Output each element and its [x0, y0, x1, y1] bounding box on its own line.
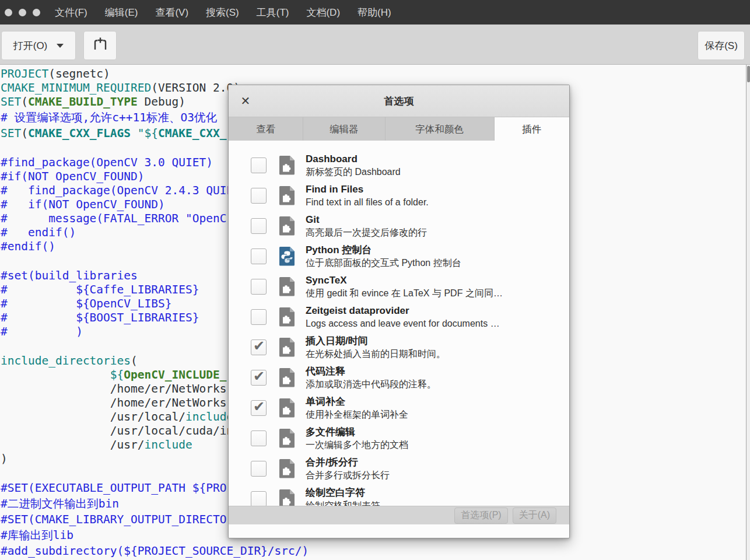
- plugin-checkbox-draw-spaces[interactable]: [251, 491, 267, 507]
- tab-plugins[interactable]: 插件: [495, 117, 569, 141]
- menu-item-tools[interactable]: 工具(T): [257, 6, 289, 19]
- plugin-name: 单词补全: [306, 395, 408, 408]
- plugin-checkbox-join-split-lines[interactable]: [251, 461, 267, 477]
- plugin-name: Zeitgeist dataprovider: [306, 304, 500, 317]
- plugin-name: 多文件编辑: [306, 425, 408, 439]
- window-dot-icon[interactable]: [19, 9, 26, 16]
- tab-fonts-colors[interactable]: 字体和颜色: [385, 117, 495, 141]
- new-document-button[interactable]: [83, 31, 117, 60]
- plugin-file-icon: [278, 337, 296, 357]
- plugin-name: Find in Files: [306, 183, 429, 196]
- plugin-text: 插入日期/时间在光标处插入当前的日期和时间。: [306, 334, 446, 360]
- plugin-description: 使用 gedit 和 evince 在 LaTeX 与 PDF 之间同…: [306, 287, 503, 300]
- gedit-window: 文件(F)编辑(E)查看(V)搜索(S)工具(T)文档(D)帮助(H) 打开(O…: [0, 0, 750, 560]
- plugin-preferences-button[interactable]: 首选项(P): [454, 508, 507, 524]
- plugin-description: 位于底部面板的交互式 Python 控制台: [306, 257, 461, 270]
- plugin-row-multi-edit[interactable]: 多文件编辑一次编辑多个地方的文档: [251, 423, 569, 453]
- tab-view[interactable]: 查看: [229, 117, 303, 141]
- preferences-dialog: ✕ 首选项 查看编辑器字体和颜色插件 Dashboard新标签页的 Dashbo…: [228, 85, 570, 538]
- window-controls: [5, 9, 40, 16]
- plugin-checkbox-synctex[interactable]: [251, 279, 267, 295]
- plugin-text: 合并/拆分行合并多行或拆分长行: [306, 456, 390, 482]
- plugin-name: 绘制空白字符: [306, 486, 380, 499]
- vertical-scrollbar[interactable]: [746, 65, 750, 560]
- window-dot-icon[interactable]: [5, 9, 12, 16]
- plugin-name: Git: [306, 213, 427, 226]
- plugin-text: Zeitgeist dataproviderLogs access and le…: [306, 304, 500, 330]
- plugin-checkbox-python-console[interactable]: [251, 249, 267, 264]
- menu-item-file[interactable]: 文件(F): [55, 6, 87, 19]
- plugin-name: 插入日期/时间: [306, 334, 446, 348]
- dialog-header: ✕ 首选项: [229, 85, 569, 117]
- plugin-file-icon: [278, 428, 296, 448]
- plugin-row-join-split-lines[interactable]: 合并/拆分行合并多行或拆分长行: [251, 453, 569, 484]
- plugin-text: 代码注释添加或取消选中代码段的注释。: [306, 365, 436, 391]
- plugin-description: Find text in all files of a folder.: [306, 196, 429, 209]
- dialog-footer: 首选项(P) 关于(A): [229, 506, 569, 524]
- plugin-list[interactable]: Dashboard新标签页的 DashboardFind in FilesFin…: [229, 141, 569, 515]
- new-tab-icon: [92, 36, 108, 55]
- plugin-row-code-comment[interactable]: 代码注释添加或取消选中代码段的注释。: [251, 362, 569, 393]
- plugin-description: 添加或取消选中代码段的注释。: [306, 378, 436, 391]
- plugin-name: 代码注释: [306, 365, 436, 378]
- plugin-description: 新标签页的 Dashboard: [306, 166, 401, 178]
- plugin-file-icon: [278, 216, 296, 236]
- plugin-row-git[interactable]: Git高亮最后一次提交后修改的行: [251, 211, 569, 241]
- plugin-checkbox-insert-date-time[interactable]: [251, 340, 267, 355]
- plugin-row-word-completion[interactable]: 单词补全使用补全框架的单词补全: [251, 393, 569, 423]
- python-file-icon: [278, 246, 296, 266]
- plugin-text: Find in FilesFind text in all files of a…: [306, 183, 429, 209]
- plugin-checkbox-find-in-files[interactable]: [251, 188, 267, 204]
- plugin-checkbox-git[interactable]: [251, 218, 267, 234]
- plugin-text: Python 控制台位于底部面板的交互式 Python 控制台: [306, 243, 461, 270]
- plugin-text: Git高亮最后一次提交后修改的行: [306, 213, 427, 239]
- plugin-checkbox-multi-edit[interactable]: [251, 430, 267, 446]
- plugin-description: 合并多行或拆分长行: [306, 469, 390, 482]
- plugin-description: 使用补全框架的单词补全: [306, 408, 408, 421]
- plugin-description: 一次编辑多个地方的文档: [306, 439, 408, 452]
- plugin-row-find-in-files[interactable]: Find in FilesFind text in all files of a…: [251, 180, 569, 211]
- save-button-label: 保存(S): [705, 39, 738, 52]
- dialog-title: 首选项: [229, 85, 569, 117]
- menubar-items: 文件(F)编辑(E)查看(V)搜索(S)工具(T)文档(D)帮助(H): [55, 6, 391, 19]
- plugin-file-icon: [278, 368, 296, 387]
- menu-item-edit[interactable]: 编辑(E): [105, 6, 138, 19]
- plugin-text: 多文件编辑一次编辑多个地方的文档: [306, 425, 408, 452]
- plugin-name: 合并/拆分行: [306, 456, 390, 469]
- plugin-description: 高亮最后一次提交后修改的行: [306, 226, 427, 239]
- open-button-label: 打开(O): [13, 39, 48, 52]
- menu-item-search[interactable]: 搜索(S): [206, 6, 239, 19]
- toolbar: 打开(O) 保存(S): [0, 24, 750, 65]
- code-line: PROJECT(segnetc): [1, 67, 750, 81]
- plugin-checkbox-code-comment[interactable]: [251, 370, 267, 386]
- open-button[interactable]: 打开(O): [1, 31, 76, 60]
- chevron-down-icon: [57, 44, 64, 48]
- plugin-checkbox-dashboard[interactable]: [251, 158, 267, 173]
- plugin-name: Dashboard: [306, 152, 401, 166]
- plugin-text: 单词补全使用补全框架的单词补全: [306, 395, 408, 421]
- save-button[interactable]: 保存(S): [698, 31, 745, 60]
- plugin-file-icon: [278, 398, 296, 418]
- plugin-checkbox-zeitgeist[interactable]: [251, 309, 267, 325]
- plugin-file-icon: [278, 307, 296, 327]
- plugin-row-synctex[interactable]: SyncTeX使用 gedit 和 evince 在 LaTeX 与 PDF 之…: [251, 271, 569, 302]
- plugin-description: Logs access and leave event for document…: [306, 317, 500, 330]
- menu-item-view[interactable]: 查看(V): [155, 6, 188, 19]
- plugin-name: SyncTeX: [306, 274, 503, 287]
- plugin-row-insert-date-time[interactable]: 插入日期/时间在光标处插入当前的日期和时间。: [251, 332, 569, 362]
- plugin-file-icon: [278, 459, 296, 478]
- plugin-checkbox-word-completion[interactable]: [251, 400, 267, 416]
- menu-item-help[interactable]: 帮助(H): [358, 6, 391, 19]
- tab-editor[interactable]: 编辑器: [303, 117, 385, 141]
- plugin-name: Python 控制台: [306, 243, 461, 257]
- scrollbar-thumb[interactable]: [747, 66, 750, 82]
- menu-item-documents[interactable]: 文档(D): [306, 6, 340, 19]
- plugin-row-dashboard[interactable]: Dashboard新标签页的 Dashboard: [251, 150, 569, 180]
- plugin-row-python-console[interactable]: Python 控制台位于底部面板的交互式 Python 控制台: [251, 241, 569, 271]
- dialog-tabs: 查看编辑器字体和颜色插件: [229, 117, 569, 141]
- plugin-row-zeitgeist[interactable]: Zeitgeist dataproviderLogs access and le…: [251, 302, 569, 332]
- plugin-about-button[interactable]: 关于(A): [513, 508, 556, 524]
- plugin-file-icon: [278, 276, 296, 296]
- window-dot-icon[interactable]: [33, 9, 40, 16]
- code-line: #add_subdirectory(${PROJECT_SOURCE_DIR}/…: [1, 544, 750, 558]
